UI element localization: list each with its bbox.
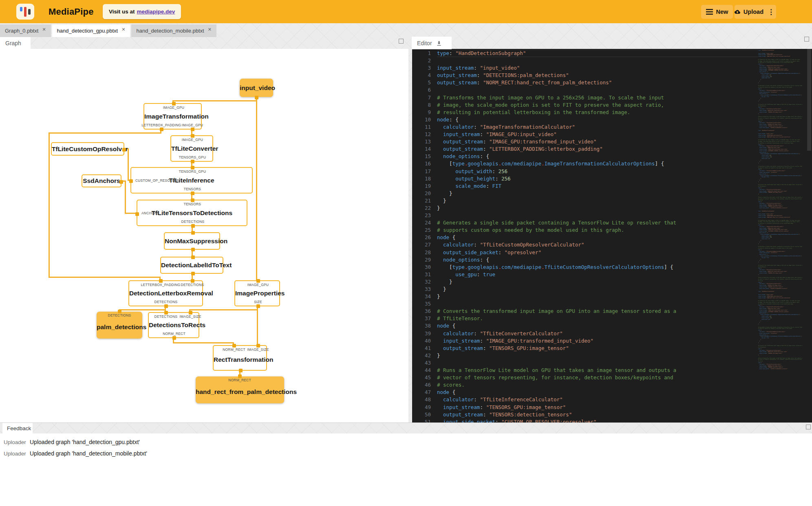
graph-canvas[interactable]: input_videoImageTransformationIMAGE_GPUL… (0, 49, 408, 422)
port-label: LETTERBOX_PADDING (142, 123, 181, 127)
graph-node-input_video[interactable]: input_video (240, 79, 273, 97)
code-line: 19 scale_mode: FIT (412, 183, 758, 190)
editor-minimap[interactable]: type: "HandDetectionSubgraph" input_stre… (758, 50, 806, 422)
graph-node-ImageProperties[interactable]: ImagePropertiesIMAGE_GPUSIZE (234, 280, 280, 306)
file-tab-label: Graph_0.pbtxt (5, 28, 38, 34)
feedback-strip (0, 422, 812, 434)
tab-feedback[interactable]: Feedback (2, 423, 33, 434)
port-label: DETECTIONS (154, 315, 178, 319)
file-tab-hand_detection_mobile.pbtxt[interactable]: hand_detection_mobile.pbtxt✕ (131, 24, 216, 37)
line-number: 41 (412, 345, 431, 352)
edge-segment (125, 180, 126, 214)
line-text: } (437, 352, 758, 359)
line-number: 51 (412, 418, 431, 422)
code-line: 47node { (412, 389, 758, 396)
code-line: 22} (412, 205, 758, 212)
editor-panel: 1type: "HandDetectionSubgraph"2 3input_s… (412, 49, 812, 422)
port (191, 198, 194, 202)
graph-node-RectTransformation[interactable]: RectTransformationNORM_RECTIMAGE_SIZE (213, 345, 267, 371)
graph-node-TfLiteCustomOpResolver[interactable]: TfLiteCustomOpResolver (51, 142, 124, 156)
port (191, 272, 195, 275)
line-text: scale_mode: FIT (437, 183, 758, 190)
graph-tab-label: Graph (5, 40, 21, 46)
line-text: use_gpu: true (437, 271, 758, 278)
graph-node-DetectionLetterboxRemoval[interactable]: DetectionLetterboxRemovalLETTERBOX_PADDI… (128, 280, 203, 306)
more-options-icon[interactable]: ⋮ (768, 9, 774, 15)
port (232, 344, 236, 348)
close-tab-icon[interactable]: ✕ (121, 27, 125, 32)
port (119, 180, 123, 184)
line-number: 32 (412, 278, 431, 286)
line-text: node { (437, 234, 758, 241)
port-label: TENSORS (184, 187, 201, 191)
line-text: } (437, 205, 758, 212)
line-number: 27 (412, 241, 431, 249)
line-number: 33 (412, 286, 431, 293)
line-number: 18 (412, 175, 431, 183)
graph-node-TfLiteInference[interactable]: TfLiteInferenceTENSORS_GPUTENSORSCUSTOM_… (130, 167, 253, 194)
code-line: 16 [type.googleapis.com/mediapipe.ImageT… (412, 160, 758, 167)
line-number: 28 (412, 249, 431, 256)
line-number: 23 (412, 212, 431, 219)
port (191, 128, 194, 131)
line-text: calculator: "ImageTransformationCalculat… (437, 123, 758, 131)
code-line: 46# scores. (412, 381, 758, 389)
editor-panel-expand-icon[interactable] (804, 37, 809, 42)
feedback-panel-expand-icon[interactable] (806, 425, 811, 429)
line-number: 39 (412, 330, 431, 337)
tab-editor[interactable]: Editor (412, 37, 452, 49)
graph-panel-expand-icon[interactable] (399, 39, 404, 44)
code-line: 37# TfLiteTensor. (412, 315, 758, 322)
code-editor[interactable]: 1type: "HandDetectionSubgraph"2 3input_s… (412, 50, 758, 422)
line-number: 35 (412, 300, 431, 308)
line-number: 20 (412, 190, 431, 197)
line-number: 42 (412, 352, 431, 359)
new-button[interactable]: New (701, 5, 733, 19)
line-number: 29 (412, 256, 431, 264)
port-label: DETECTIONS (154, 300, 178, 304)
edge-segment (119, 309, 166, 310)
code-line: 5output_stream: "NORM_RECT:hand_rect_fro… (412, 79, 758, 86)
graph-node-ImageTransformation[interactable]: ImageTransformationIMAGE_GPULETTERBOX_PA… (143, 103, 202, 130)
graph-node-NonMaxSuppression[interactable]: NonMaxSuppression (164, 232, 220, 250)
line-number: 38 (412, 322, 431, 330)
line-number: 40 (412, 337, 431, 345)
edge-segment (128, 148, 129, 181)
code-line: 6 (412, 86, 758, 94)
file-tab-Graph_0.pbtxt[interactable]: Graph_0.pbtxt✕ (0, 24, 51, 37)
new-button-label: New (716, 9, 728, 15)
node-title: ImageProperties (235, 290, 279, 297)
line-number: 24 (412, 219, 431, 227)
node-title: TfLiteCustomOpResolver (52, 145, 124, 153)
graph-node-TfLiteTensorsToDetections[interactable]: TfLiteTensorsToDetectionsTENSORSDETECTIO… (137, 200, 247, 226)
feedback-row: UploaderUploaded graph 'hand_detection_g… (0, 436, 812, 448)
graph-node-hand_rect_from_palm_detections[interactable]: hand_rect_from_palm_detectionsNORM_RECT (196, 376, 284, 403)
line-text: } (437, 190, 758, 197)
feedback-source: Uploader (0, 451, 30, 457)
line-text: output_stream: "TENSORS_GPU:image_tensor… (437, 345, 758, 352)
line-number: 43 (412, 359, 431, 367)
tab-graph[interactable]: Graph (0, 37, 31, 49)
scrollbar-thumb[interactable] (807, 49, 811, 151)
line-number: 8 (412, 101, 431, 109)
graph-node-TfLiteConverter[interactable]: TfLiteConverterIMAGE_GPUTENSORS_GPU (170, 135, 213, 162)
editor-scrollbar[interactable] (806, 49, 812, 422)
edge-segment (49, 277, 161, 278)
feedback-message: Uploaded graph 'hand_detection_gpu.pbtxt… (30, 439, 140, 445)
close-tab-icon[interactable]: ✕ (208, 27, 212, 32)
code-line: 18 output_height: 256 (412, 175, 758, 183)
close-tab-icon[interactable]: ✕ (42, 27, 46, 32)
logo-bar-red (24, 7, 26, 17)
file-tab-hand_detection_gpu.pbtxt[interactable]: hand_detection_gpu.pbtxt✕ (52, 24, 130, 37)
upload-button[interactable]: Upload ⋮ (735, 5, 776, 19)
port (129, 179, 133, 183)
graph-node-SsdAnchors[interactable]: SsdAnchors (82, 174, 121, 187)
line-number: 36 (412, 308, 431, 315)
code-line: 21 } (412, 197, 758, 205)
line-number: 5 (412, 79, 431, 86)
mediapipe-dev-link[interactable]: mediapipe.dev (137, 9, 175, 15)
graph-node-DetectionLabelIdToText[interactable]: DetectionLabelIdToText (160, 257, 223, 274)
graph-node-palm_detections[interactable]: palm_detectionsDETECTIONS (97, 312, 142, 339)
graph-node-DetectionsToRects[interactable]: DetectionsToRectsDETECTIONSIMAGE_SIZENOR… (148, 312, 199, 338)
download-icon[interactable] (436, 40, 442, 46)
